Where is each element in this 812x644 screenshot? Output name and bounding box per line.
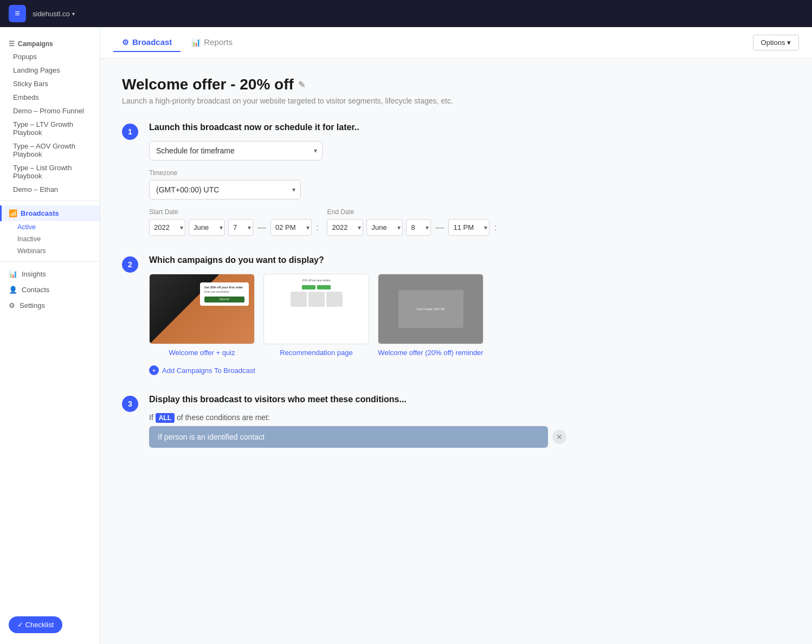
step-1-number: 1	[122, 124, 138, 140]
step-1-heading: Launch this broadcast now or schedule it…	[149, 123, 566, 132]
insights-icon: 📊	[9, 270, 17, 278]
thumb-1-title: Get 20% off your first order	[204, 286, 244, 289]
sidebar-item-popups[interactable]: Popups	[0, 50, 100, 63]
step-2-content: Which campaigns do you want to display? …	[149, 255, 566, 375]
thumb-3-text: Don't forget, 20% off!	[415, 305, 447, 313]
broadcast-tab-label: Broadcast	[132, 37, 172, 47]
campaign-label-3: Welcome offer (20% off) reminder	[378, 349, 483, 357]
checklist-button[interactable]: ✓ Checklist	[9, 616, 62, 633]
page-content: Welcome offer - 20% off ✎ Launch a high-…	[100, 59, 588, 485]
start-date-group: Start Date 20222023 ▾	[149, 208, 318, 236]
campaigns-section-label: ☰ Campaigns	[0, 36, 100, 50]
step-3-number: 3	[122, 396, 138, 412]
sidebar-sub-active[interactable]: Active	[0, 221, 100, 233]
start-date-selects: 20222023 ▾ JuneJuly ▾	[149, 219, 318, 236]
condition-box: If person is an identified contact	[149, 426, 548, 448]
sidebar-settings[interactable]: ⚙ Settings	[0, 298, 100, 313]
end-colon: :	[494, 223, 496, 233]
end-year-select[interactable]: 20222023	[327, 219, 363, 236]
sidebar-item-embeds[interactable]: Embeds	[0, 91, 100, 104]
campaign-card-welcome-quiz[interactable]: Get 20% off your first order Enter your …	[149, 274, 255, 357]
start-month-select[interactable]: JuneJuly	[189, 219, 225, 236]
tab-reports[interactable]: 📊 Reports	[183, 33, 241, 52]
contacts-label: Contacts	[22, 286, 49, 294]
campaign-thumbnail-1: Get 20% off your first order Enter your …	[149, 274, 255, 344]
schedule-group: Schedule for timeframe Launch now Schedu…	[149, 141, 566, 160]
broadcasts-label: Broadcasts	[21, 209, 59, 217]
org-chevron-icon: ▾	[72, 11, 75, 17]
sidebar-sub-webinars[interactable]: Webinars	[0, 245, 100, 257]
start-time-select[interactable]: 02 PM03 PM	[270, 219, 312, 236]
thumb-3-inner: Don't forget, 20% off!	[398, 290, 463, 328]
sidebar-sub-inactive[interactable]: Inactive	[0, 233, 100, 245]
options-button[interactable]: Options ▾	[753, 35, 799, 50]
main-content: ⚙ Broadcast 📊 Reports Options ▾ Welcome …	[100, 27, 812, 644]
step-1-content: Launch this broadcast now or schedule it…	[149, 123, 566, 236]
settings-icon: ⚙	[9, 301, 15, 310]
start-colon: :	[316, 223, 318, 233]
start-year-wrapper: 20222023 ▾	[149, 219, 185, 236]
date-row: Start Date 20222023 ▾	[149, 208, 566, 236]
end-date-label: End Date	[327, 208, 496, 216]
sidebar-insights[interactable]: 📊 Insights	[0, 266, 100, 282]
edit-icon[interactable]: ✎	[298, 80, 305, 90]
sidebar-item-sticky-bars[interactable]: Sticky Bars	[0, 77, 100, 91]
end-month-select[interactable]: JuneJuly	[366, 219, 403, 236]
campaign-card-reminder[interactable]: Don't forget, 20% off! Welcome offer (20…	[378, 274, 484, 357]
sidebar-item-demo-promo[interactable]: Demo – Promo Funnel	[0, 104, 100, 118]
campaigns-icon: ☰	[9, 40, 15, 48]
condition-intro: If ALL of these conditions are met:	[149, 413, 566, 422]
start-day-select[interactable]: 78	[228, 219, 253, 236]
end-date-selects: 20222023 ▾ JuneJuly ▾	[327, 219, 496, 236]
end-year-wrapper: 20222023 ▾	[327, 219, 363, 236]
campaign-cards: Get 20% off your first order Enter your …	[149, 274, 566, 357]
campaign-card-recommendation[interactable]: 20% off our best sellers	[263, 274, 369, 357]
condition-remove-btn[interactable]: ✕	[552, 430, 566, 444]
settings-label: Settings	[20, 301, 45, 310]
start-date-label: Start Date	[149, 208, 318, 216]
logo-icon[interactable]: ≡	[9, 5, 26, 22]
thumb-2-price-row	[302, 285, 331, 289]
thumb-1-btn: SIGN UP	[204, 297, 244, 302]
thumb-2-products	[291, 292, 343, 307]
campaign-label-1: Welcome offer + quiz	[169, 349, 235, 357]
end-time-select[interactable]: 11 PM10 PM	[448, 219, 489, 236]
thumb-2-product-1	[291, 292, 307, 307]
timezone-group: Timezone (GMT+00:00) UTC (GMT-05:00) EST…	[149, 169, 566, 199]
sidebar-broadcasts[interactable]: 📶 Broadcasts	[0, 205, 100, 221]
broadcasts-icon: 📶	[9, 209, 17, 217]
tabs: ⚙ Broadcast 📊 Reports	[113, 33, 241, 52]
org-name[interactable]: sidehustl.co ▾	[33, 10, 75, 18]
tabbar: ⚙ Broadcast 📊 Reports Options ▾	[100, 27, 812, 59]
sidebar-item-type-list[interactable]: Type – List Growth Playbook	[0, 161, 100, 183]
start-time-wrapper: 02 PM03 PM ▾	[270, 219, 312, 236]
sidebar-item-type-aov[interactable]: Type – AOV Growth Playbook	[0, 139, 100, 161]
start-year-select[interactable]: 20222023	[149, 219, 185, 236]
sidebar-contacts[interactable]: 👤 Contacts	[0, 282, 100, 298]
schedule-select[interactable]: Schedule for timeframe Launch now Schedu…	[149, 141, 323, 160]
thumb-2-price-1	[302, 285, 315, 289]
end-day-wrapper: 89 ▾	[406, 219, 431, 236]
condition-suffix: of these conditions are met:	[177, 413, 270, 422]
thumb-2-product-3	[326, 292, 343, 307]
end-day-select[interactable]: 89	[406, 219, 431, 236]
sidebar-item-demo-ethan[interactable]: Demo – Ethan	[0, 183, 100, 196]
all-badge[interactable]: ALL	[156, 413, 175, 423]
campaign-label-2: Recommendation page	[280, 349, 352, 357]
step-3: 3 Display this broadcast to visitors who…	[122, 395, 566, 448]
sidebar-item-landing-pages[interactable]: Landing Pages	[0, 63, 100, 77]
topbar: ≡ sidehustl.co ▾	[0, 0, 812, 27]
broadcast-tab-icon: ⚙	[122, 38, 129, 47]
tab-broadcast[interactable]: ⚙ Broadcast	[113, 33, 181, 52]
thumb-2-price-2	[317, 285, 331, 289]
schedule-select-wrapper: Schedule for timeframe Launch now Schedu…	[149, 141, 323, 160]
campaign-thumbnail-2: 20% off our best sellers	[263, 274, 369, 344]
step-2-heading: Which campaigns do you want to display?	[149, 255, 566, 265]
add-campaigns-icon: +	[149, 365, 159, 375]
thumb-1-sub: Enter your email below	[204, 291, 244, 293]
timezone-select[interactable]: (GMT+00:00) UTC (GMT-05:00) EST (GMT-08:…	[149, 180, 301, 199]
end-month-wrapper: JuneJuly ▾	[366, 219, 403, 236]
sidebar-item-type-ltv[interactable]: Type – LTV Growth Playbook	[0, 118, 100, 139]
page-title: Welcome offer - 20% off ✎	[122, 76, 566, 93]
add-campaigns-btn[interactable]: + Add Campaigns To Broadcast	[149, 365, 566, 375]
